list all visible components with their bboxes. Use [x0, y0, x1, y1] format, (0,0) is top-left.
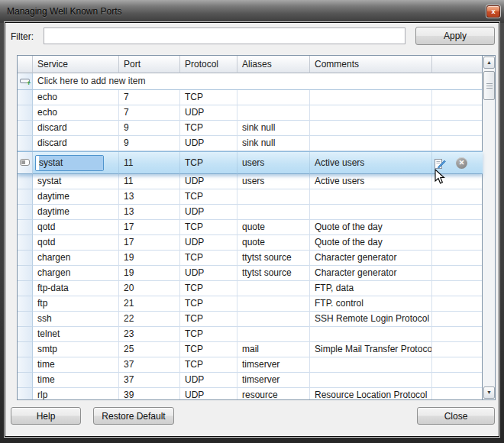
cell-port[interactable]: 22 [119, 312, 180, 327]
cell-comments[interactable]: Quote of the day [310, 220, 432, 235]
cell-aliases[interactable] [237, 105, 310, 121]
cell-service[interactable]: systat [33, 174, 119, 189]
cell-aliases[interactable]: users [237, 152, 310, 174]
cell-comments[interactable]: FTP, data [310, 281, 432, 296]
cell-service[interactable]: ssh [33, 312, 119, 327]
cell-service[interactable]: systat [33, 152, 119, 174]
cell-protocol[interactable]: TCP [180, 121, 237, 136]
cell-service[interactable]: chargen [33, 251, 119, 266]
cell-aliases[interactable]: quote [237, 220, 310, 235]
row-indicator-cell[interactable] [18, 136, 33, 151]
cell-aliases[interactable]: sink null [237, 136, 310, 151]
row-indicator-cell[interactable] [18, 251, 33, 266]
column-header-comments[interactable]: Comments [310, 56, 432, 73]
cell-aliases[interactable]: timserver [237, 373, 310, 388]
cell-port[interactable]: 13 [119, 205, 180, 220]
scroll-up-button[interactable]: ▲ [483, 57, 495, 69]
cell-service[interactable]: time [33, 357, 119, 373]
cell-protocol[interactable]: TCP [180, 281, 237, 296]
cell-protocol[interactable]: TCP [180, 312, 237, 327]
cell-port[interactable]: 11 [119, 152, 180, 174]
cell-service[interactable]: discard [33, 136, 119, 151]
cell-comments[interactable] [310, 357, 432, 373]
cell-port[interactable]: 11 [119, 174, 180, 189]
cell-port[interactable]: 9 [119, 121, 180, 136]
cell-service[interactable]: chargen [33, 266, 119, 281]
cell-service[interactable]: time [33, 373, 119, 388]
cell-protocol[interactable]: TCP [180, 189, 237, 205]
cell-service[interactable]: echo [33, 105, 119, 121]
cell-protocol[interactable]: UDP [180, 235, 237, 251]
cell-port[interactable]: 39 [119, 388, 180, 400]
cell-protocol[interactable]: TCP [180, 296, 237, 312]
row-indicator-cell[interactable] [18, 373, 33, 388]
window-close-button[interactable]: x [486, 5, 500, 18]
cell-comments[interactable]: Resource Location Protocol [310, 388, 432, 400]
cell-protocol[interactable]: UDP [180, 174, 237, 189]
row-indicator-cell[interactable] [18, 357, 33, 373]
cell-comments[interactable]: Character generator [310, 251, 432, 266]
cell-comments[interactable] [310, 205, 432, 220]
cell-protocol[interactable]: UDP [180, 205, 237, 220]
cell-aliases[interactable] [237, 90, 310, 105]
row-indicator-cell[interactable] [18, 388, 33, 400]
cell-port[interactable]: 13 [119, 189, 180, 205]
row-indicator-cell[interactable] [18, 152, 33, 174]
cell-aliases[interactable]: ttytst source [237, 251, 310, 266]
column-header-port[interactable]: Port [119, 56, 180, 73]
cell-comments[interactable] [310, 373, 432, 388]
row-indicator-cell[interactable] [18, 327, 33, 342]
row-indicator-cell[interactable] [18, 105, 33, 121]
cell-port[interactable]: 37 [119, 373, 180, 388]
row-indicator-cell[interactable] [18, 296, 33, 312]
row-indicator-cell[interactable] [18, 342, 33, 357]
cell-port[interactable]: 7 [119, 105, 180, 121]
vertical-scrollbar[interactable]: ▲ ▼ [482, 56, 495, 399]
cell-port[interactable]: 19 [119, 251, 180, 266]
cell-aliases[interactable] [237, 189, 310, 205]
cell-comments[interactable] [310, 136, 432, 151]
cell-protocol[interactable]: TCP [180, 357, 237, 373]
row-indicator-cell[interactable] [18, 312, 33, 327]
cell-comments[interactable]: FTP. control [310, 296, 432, 312]
cell-protocol[interactable]: TCP [180, 251, 237, 266]
cell-protocol[interactable]: TCP [180, 220, 237, 235]
cell-comments[interactable] [310, 327, 432, 342]
cell-service[interactable]: discard [33, 121, 119, 136]
row-indicator-cell[interactable] [18, 205, 33, 220]
cell-protocol[interactable]: UDP [180, 388, 237, 400]
cell-port[interactable]: 20 [119, 281, 180, 296]
cell-protocol[interactable]: UDP [180, 373, 237, 388]
row-indicator-cell[interactable] [18, 235, 33, 251]
cell-protocol[interactable]: TCP [180, 152, 237, 174]
cell-comments[interactable]: Simple Mail Transfer Protocol [310, 342, 432, 357]
cell-aliases[interactable]: mail [237, 342, 310, 357]
cell-service[interactable]: echo [33, 90, 119, 105]
scroll-down-button[interactable]: ▼ [483, 386, 495, 399]
cell-port[interactable]: 9 [119, 136, 180, 151]
cell-port[interactable]: 21 [119, 296, 180, 312]
row-indicator-cell[interactable] [18, 121, 33, 136]
apply-button[interactable]: Apply [415, 27, 495, 45]
cell-service[interactable]: qotd [33, 235, 119, 251]
cell-comments[interactable] [310, 121, 432, 136]
column-header-actions[interactable] [432, 56, 483, 73]
cell-service[interactable]: rlp [33, 388, 119, 400]
cell-service[interactable]: daytime [33, 189, 119, 205]
cell-protocol[interactable]: TCP [180, 90, 237, 105]
cell-port[interactable]: 17 [119, 235, 180, 251]
cell-service[interactable]: qotd [33, 220, 119, 235]
cell-service[interactable]: ftp-data [33, 281, 119, 296]
cell-protocol[interactable]: UDP [180, 105, 237, 121]
row-indicator-cell[interactable] [18, 281, 33, 296]
cell-port[interactable]: 19 [119, 266, 180, 281]
cell-protocol[interactable]: TCP [180, 327, 237, 342]
cell-port[interactable]: 37 [119, 357, 180, 373]
cell-aliases[interactable] [237, 205, 310, 220]
cell-comments[interactable]: Active users [310, 174, 432, 189]
row-indicator-cell[interactable] [18, 189, 33, 205]
help-button[interactable]: Help [11, 407, 81, 425]
column-header-service[interactable]: Service [33, 56, 119, 73]
cell-aliases[interactable]: ttytst source [237, 266, 310, 281]
cell-aliases[interactable]: quote [237, 235, 310, 251]
